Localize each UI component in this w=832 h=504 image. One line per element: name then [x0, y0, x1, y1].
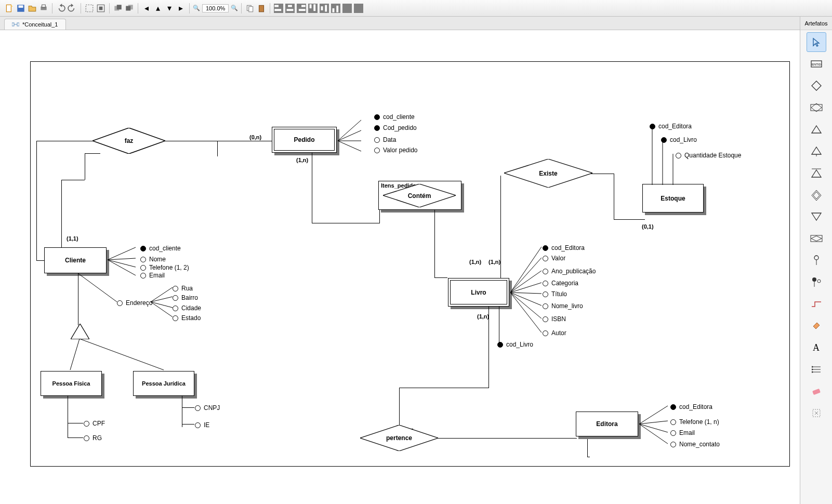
- attr-cnpj[interactable]: CNPJ: [195, 404, 220, 412]
- entity-livro[interactable]: Livro: [448, 278, 509, 307]
- zoom-in-icon[interactable]: 🔍: [231, 5, 238, 11]
- tool-weak-entity[interactable]: [807, 229, 826, 248]
- rel-existe[interactable]: Existe: [504, 159, 592, 188]
- attr-isbn[interactable]: ISBN: [543, 315, 566, 323]
- connector: [61, 180, 62, 247]
- rel-faz[interactable]: faz: [93, 128, 165, 154]
- attr-telefone[interactable]: Telefone (1, 2): [140, 264, 189, 271]
- tool-eraser[interactable]: [807, 381, 826, 401]
- entity-pedido[interactable]: Pedido: [272, 127, 337, 153]
- attr-categoria[interactable]: Categoria: [543, 280, 578, 287]
- attr-ed-cod[interactable]: cod_Editora: [670, 403, 712, 410]
- separator: [109, 3, 110, 14]
- align-left-icon[interactable]: [273, 3, 284, 14]
- tool-list[interactable]: [807, 360, 826, 379]
- tool-key-attribute[interactable]: [807, 272, 826, 292]
- canvas-area[interactable]: faz Pedido cod_cliente Cod_pedido Data V…: [0, 30, 800, 504]
- paste-icon[interactable]: [256, 3, 267, 14]
- attr-cpf[interactable]: CPF: [84, 420, 105, 427]
- tool-anchor[interactable]: [807, 403, 826, 423]
- attr-valor[interactable]: Valor: [543, 255, 565, 262]
- nav-first-icon[interactable]: ◂: [141, 3, 152, 14]
- tool-spec-4[interactable]: [807, 185, 826, 205]
- attr-titulo[interactable]: Título: [543, 290, 567, 298]
- tool-relation[interactable]: [807, 76, 826, 96]
- attr-bairro[interactable]: Bairro: [173, 294, 198, 301]
- tool-entity[interactable]: ENTID: [807, 54, 826, 74]
- attr-email[interactable]: Email: [140, 272, 165, 279]
- svg-rect-2: [19, 5, 23, 8]
- undo-icon[interactable]: [56, 3, 66, 14]
- tool-attribute[interactable]: [807, 250, 826, 270]
- new-icon[interactable]: [4, 3, 15, 14]
- attr-ano[interactable]: Ano_publicação: [543, 268, 596, 275]
- tool-paint[interactable]: [807, 316, 826, 336]
- rel-pertence[interactable]: pertence: [360, 425, 438, 451]
- align-center-icon[interactable]: [285, 3, 295, 14]
- attr-cod-editora[interactable]: cod_Editora: [543, 244, 585, 251]
- zoom-fit-icon[interactable]: [84, 3, 95, 14]
- tool-assoc-entity[interactable]: [807, 98, 826, 117]
- attr-nome[interactable]: Nome: [140, 256, 166, 263]
- zoom-out-icon[interactable]: 🔍: [193, 5, 200, 11]
- attr-cod-ed-est[interactable]: cod_Editora: [650, 123, 692, 130]
- zoom-sel-icon[interactable]: [96, 3, 106, 14]
- svg-rect-34: [354, 4, 363, 13]
- align-front-icon[interactable]: [113, 3, 123, 14]
- attr-cod-pedido[interactable]: Cod_pedido: [374, 124, 417, 131]
- attr-cod-livro-est[interactable]: cod_Livro: [661, 136, 697, 143]
- print-icon[interactable]: [38, 3, 49, 14]
- entity-estoque[interactable]: Estoque: [642, 184, 704, 213]
- tool-spec-2[interactable]: [807, 141, 826, 161]
- attr-cod-livro[interactable]: cod_Livro: [497, 341, 533, 348]
- tool-connect[interactable]: [807, 294, 826, 314]
- attr-cod-cliente[interactable]: cod_cliente: [374, 113, 415, 121]
- separator: [189, 3, 190, 14]
- specialization-icon[interactable]: [71, 324, 89, 339]
- attr-rua[interactable]: Rua: [173, 285, 193, 292]
- attr-ed-nome[interactable]: Nome_contato: [670, 441, 720, 448]
- tool-spec-1[interactable]: [807, 120, 826, 139]
- attr-rg[interactable]: RG: [84, 434, 102, 442]
- entity-cliente[interactable]: Cliente: [44, 247, 107, 273]
- save-icon[interactable]: [16, 3, 26, 14]
- dist-v-icon[interactable]: [353, 3, 364, 14]
- attr-ie[interactable]: IE: [195, 421, 209, 429]
- attr-estado[interactable]: Estado: [173, 314, 201, 322]
- entity-pjuridica[interactable]: Pessoa Jurídica: [133, 371, 194, 396]
- attr-cod-cliente2[interactable]: cod_cliente: [140, 245, 181, 252]
- attr-nome-livro[interactable]: Nome_livro: [543, 302, 583, 310]
- attr-valor-pedido[interactable]: Valor pedido: [374, 147, 418, 154]
- align-right-icon[interactable]: [296, 3, 307, 14]
- tool-spec-3[interactable]: [807, 163, 826, 183]
- connector: [68, 437, 83, 438]
- tab-conceitual[interactable]: *Conceitual_1: [4, 19, 66, 30]
- align-middle-icon[interactable]: [319, 3, 329, 14]
- tool-text[interactable]: A: [807, 338, 826, 357]
- attr-data[interactable]: Data: [374, 136, 396, 143]
- tool-spec-5[interactable]: [807, 207, 826, 227]
- rel-contem[interactable]: Contém: [383, 184, 456, 207]
- dist-h-icon[interactable]: [342, 3, 352, 14]
- attr-cidade[interactable]: Cidade: [173, 304, 201, 312]
- attr-ed-email[interactable]: Email: [670, 429, 695, 436]
- entity-pfisica[interactable]: Pessoa Física: [41, 371, 102, 396]
- attr-qtd-est[interactable]: Quantidade Estoque: [676, 152, 741, 159]
- redo-icon[interactable]: [67, 3, 77, 14]
- tool-selection[interactable]: [807, 32, 826, 52]
- nav-up-icon[interactable]: ▴: [153, 3, 163, 14]
- attr-endereco[interactable]: Endereço: [117, 299, 152, 307]
- align-top-icon[interactable]: [308, 3, 318, 14]
- attr-ed-tel[interactable]: Telefone (1, n): [670, 418, 719, 426]
- entity-editora[interactable]: Editora: [576, 412, 638, 436]
- open-icon[interactable]: [27, 3, 37, 14]
- separator: [270, 3, 270, 14]
- nav-down-icon[interactable]: ▾: [164, 3, 175, 14]
- copy-icon[interactable]: [245, 3, 255, 14]
- attr-autor[interactable]: Autor: [543, 329, 566, 337]
- align-back-icon[interactable]: [124, 3, 135, 14]
- nav-last-icon[interactable]: ▸: [176, 3, 186, 14]
- zoom-value[interactable]: 100.0%: [202, 4, 229, 12]
- align-bottom-icon[interactable]: [331, 3, 341, 14]
- diagram-canvas[interactable]: faz Pedido cod_cliente Cod_pedido Data V…: [0, 30, 800, 504]
